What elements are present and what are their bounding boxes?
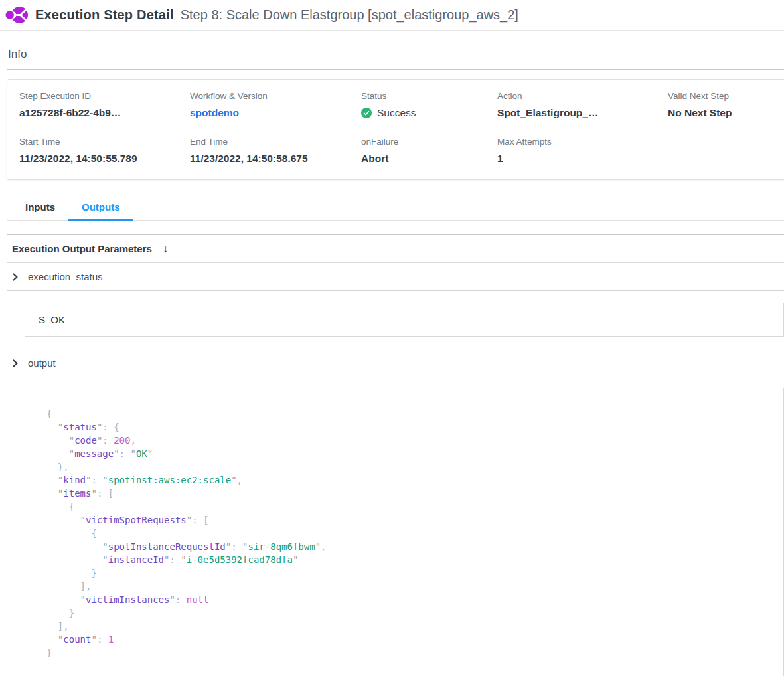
chevron-right-icon	[11, 359, 20, 368]
field-label: Start Time	[19, 137, 190, 147]
field-value: Spot_Elastigroup_…	[497, 107, 668, 119]
field-label: onFailure	[361, 137, 497, 147]
field-value: 11/23/2022, 14:50:55.789	[19, 153, 190, 165]
field-onfailure: onFailure Abort	[361, 137, 497, 165]
field-value: Abort	[361, 153, 497, 165]
chevron-right-icon	[11, 272, 20, 282]
app-logo-icon	[4, 3, 29, 27]
page-subtitle: Step 8: Scale Down Elastgroup [spot_elas…	[181, 7, 518, 23]
output-json: { "status": { "code": 200, "message": "O…	[46, 407, 770, 659]
page-title: Execution Step Detail	[35, 7, 174, 23]
field-label: Status	[361, 91, 497, 101]
output-params-title: Execution Output Parameters	[12, 243, 152, 254]
info-section-title: Info	[7, 48, 784, 70]
tabs-bar: Inputs Outputs	[7, 196, 784, 221]
field-valid-next-step: Valid Next Step No Next Step	[668, 91, 784, 119]
field-empty	[668, 137, 784, 165]
info-card: Step Execution ID a125728f-6b22-4b9… Wor…	[7, 79, 784, 180]
param-name: execution_status	[28, 271, 103, 282]
field-step-execution-id: Step Execution ID a125728f-6b22-4b9…	[19, 91, 190, 119]
field-value: No Next Step	[668, 107, 784, 119]
success-check-icon	[361, 108, 372, 118]
field-start-time: Start Time 11/23/2022, 14:50:55.789	[19, 137, 190, 165]
field-label: End Time	[190, 137, 361, 147]
field-status: Status Success	[361, 91, 497, 119]
field-action: Action Spot_Elastigroup_…	[497, 91, 668, 119]
row-execution-status[interactable]: execution_status	[7, 263, 784, 291]
output-json-box: { "status": { "code": 200, "message": "O…	[25, 388, 784, 676]
param-name: output	[28, 357, 56, 369]
field-value: 11/23/2022, 14:50:58.675	[190, 153, 361, 165]
page-header: Execution Step Detail Step 8: Scale Down…	[0, 0, 784, 31]
execution-status-value-box: S_OK	[25, 303, 784, 337]
field-label: Action	[497, 91, 668, 101]
field-workflow-version: Workflow & Version spotdemo	[190, 91, 361, 119]
field-label: Max Attempts	[497, 137, 668, 147]
field-value: 1	[497, 153, 668, 165]
status-badge: Success	[361, 107, 497, 119]
row-output[interactable]: output	[7, 349, 784, 377]
workflow-link[interactable]: spotdemo	[190, 107, 239, 118]
field-label: Workflow & Version	[190, 91, 361, 101]
tab-outputs[interactable]: Outputs	[68, 196, 133, 220]
field-end-time: End Time 11/23/2022, 14:50:58.675	[190, 137, 361, 165]
field-value: a125728f-6b22-4b9…	[19, 107, 190, 119]
tab-inputs[interactable]: Inputs	[12, 196, 68, 220]
download-arrow-icon[interactable]: ↓	[163, 243, 169, 254]
field-label: Step Execution ID	[19, 91, 190, 101]
field-max-attempts: Max Attempts 1	[497, 137, 668, 165]
field-label: Valid Next Step	[668, 91, 784, 101]
execution-status-value: S_OK	[39, 314, 65, 325]
output-params-header: Execution Output Parameters ↓	[7, 234, 784, 263]
status-text: Success	[377, 107, 416, 119]
